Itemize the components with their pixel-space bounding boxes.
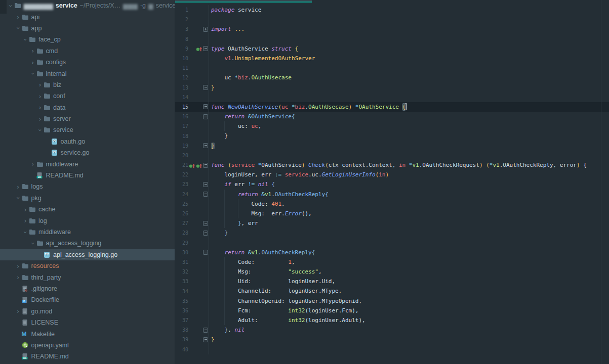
tree-item-api[interactable]: ›api [0, 11, 175, 22]
fold-marker[interactable] [203, 85, 208, 90]
tree-item-service[interactable]: ›service [0, 124, 175, 135]
code-text[interactable]: } [209, 141, 609, 151]
code-text[interactable]: import ... [209, 24, 609, 34]
chevron-right-icon[interactable]: › [36, 81, 44, 88]
tree-item-log[interactable]: ›log [0, 215, 175, 226]
code-text[interactable]: } [209, 83, 609, 93]
chevron-right-icon[interactable]: › [15, 184, 22, 190]
code-text[interactable]: Fcm: int32(loginUser.Fcm), [209, 306, 609, 315]
code-text[interactable]: Uid: loginUser.Uid, [209, 277, 609, 286]
tree-item-cache[interactable]: ›cache [0, 204, 175, 215]
fold-marker[interactable] [203, 231, 208, 236]
tree-item-data[interactable]: ›data [0, 102, 175, 113]
tree-item-internal[interactable]: ›internal [0, 68, 175, 79]
fold-marker[interactable] [203, 328, 208, 333]
chevron-right-icon[interactable]: › [29, 59, 36, 66]
fold-marker[interactable] [203, 221, 208, 226]
tree-item-pkg[interactable]: ›pkg [0, 193, 175, 204]
tree-item-oauth.go[interactable]: oauth.go [0, 136, 175, 147]
code-text[interactable]: }, err [209, 218, 609, 228]
tree-item-Dockerfile[interactable]: DDockerfile [0, 294, 175, 305]
fold-marker[interactable] [203, 250, 208, 255]
fold-marker[interactable] [203, 114, 208, 119]
tree-item-server[interactable]: ›server [0, 113, 175, 124]
chevron-right-icon[interactable]: › [29, 161, 36, 167]
code-text[interactable]: v1.UnimplementedOAuthServer [209, 54, 609, 63]
code-text[interactable]: return &OAuthService{ [209, 112, 609, 121]
chevron-right-icon[interactable]: › [36, 104, 44, 111]
implements-icon[interactable] [196, 162, 202, 168]
fold-marker[interactable] [203, 192, 208, 197]
tree-item-biz[interactable]: ›biz [0, 79, 175, 90]
tree-item-go.mod[interactable]: ›go.mod [0, 306, 175, 317]
fold-marker[interactable] [203, 104, 208, 109]
tree-item-configs[interactable]: ›configs [0, 57, 175, 68]
chevron-down-icon[interactable]: › [29, 240, 36, 247]
fold-marker[interactable] [203, 163, 208, 168]
fold-marker[interactable] [203, 46, 208, 51]
code-text[interactable]: Adult: int32(loginUser.Adult), [209, 315, 609, 325]
chevron-right-icon[interactable]: › [29, 48, 36, 54]
code-text[interactable]: Msg: "success", [209, 267, 609, 277]
chevron-right-icon[interactable]: › [15, 274, 22, 281]
tree-item-logs[interactable]: ›logs [0, 181, 175, 192]
tree-item-conf[interactable]: ›conf [0, 90, 175, 102]
tree-item-face_cp[interactable]: ›face_cp [0, 34, 175, 45]
chevron-down-icon[interactable]: › [15, 25, 21, 32]
code-text[interactable]: type OAuthService struct { [209, 44, 609, 54]
fold-marker[interactable] [203, 143, 208, 148]
chevron-down-icon[interactable]: › [29, 70, 36, 77]
fold-expand-marker[interactable] [203, 27, 208, 32]
tree-item-LICENSE[interactable]: LICENSE [0, 317, 175, 328]
code-text[interactable]: } [209, 131, 609, 141]
code-text[interactable]: } [209, 228, 609, 238]
code-text[interactable]: if err != nil { [209, 179, 609, 189]
code-text[interactable]: func (service *OAuthService) Check(ctx c… [209, 160, 609, 170]
tree-item-api_access_logging[interactable]: ›api_access_logging [0, 238, 175, 249]
tree-item-cmd[interactable]: ›cmd [0, 46, 175, 57]
chevron-right-icon[interactable]: › [36, 116, 44, 122]
code-text[interactable]: Msg: err.Error(), [209, 209, 609, 218]
editor[interactable]: 1package service23import ...89type OAuth… [175, 0, 609, 364]
chevron-right-icon[interactable]: › [15, 14, 22, 20]
code-text[interactable]: package service [209, 5, 609, 15]
tree-item-middleware[interactable]: ›middleware [0, 158, 175, 169]
tree-item-.gitignore[interactable]: .gitignore [0, 283, 175, 294]
code-text[interactable]: Code: 401, [209, 199, 609, 209]
code-text[interactable]: Code: 1, [209, 257, 609, 267]
tree-item-middleware[interactable]: ›middleware [0, 226, 175, 238]
chevron-right-icon[interactable]: › [15, 263, 22, 269]
code-text[interactable]: uc *biz.OAuthUsecase [209, 73, 609, 82]
chevron-down-icon[interactable]: › [22, 229, 29, 236]
chevron-right-icon[interactable]: › [15, 308, 22, 314]
code-text[interactable]: return &v1.OAuthCheckReply{ [209, 248, 609, 257]
tree-item-README.md[interactable]: MDREADME.md [0, 170, 175, 181]
chevron-down-icon[interactable]: › [22, 36, 29, 43]
tree-item-app[interactable]: ›app [0, 23, 175, 34]
code-text[interactable]: loginUser, err := service.uc.GetLoginUse… [209, 170, 609, 179]
chevron-down-icon[interactable]: › [37, 126, 44, 133]
tree-root[interactable]: ›▆▆▆▆▆▆service~/Projects/X…▆▆▆-g▆service [0, 0, 175, 11]
implements-icon[interactable] [196, 46, 202, 52]
tree-item-api_access_logging.go[interactable]: api_access_logging.go [0, 249, 175, 260]
chevron-right-icon[interactable]: › [22, 206, 29, 213]
tree-item-third_party[interactable]: ›third_party [0, 271, 175, 283]
tree-item-README.md[interactable]: MDREADME.md [0, 351, 175, 362]
chevron-right-icon[interactable]: › [22, 217, 29, 224]
code-area[interactable]: 1package service23import ...89type OAuth… [175, 3, 609, 354]
code-text[interactable]: ChannelId: loginUser.MType, [209, 286, 609, 296]
code-text[interactable]: uc: uc, [209, 121, 609, 131]
fold-marker[interactable] [203, 182, 208, 187]
tree-item-openapi.yaml[interactable]: openapi.yaml [0, 340, 175, 351]
chevron-right-icon[interactable]: › [36, 93, 44, 100]
implements-gutter-icons[interactable] [190, 46, 202, 52]
implements-gutter-icons[interactable] [190, 162, 202, 168]
chevron-down-icon[interactable]: › [8, 2, 14, 9]
code-text[interactable]: return &v1.OAuthCheckReply{ [209, 190, 609, 199]
chevron-down-icon[interactable]: › [15, 195, 21, 202]
tree-item-service.go[interactable]: service.go [0, 147, 175, 158]
tree-item-resources[interactable]: ›resources [0, 260, 175, 271]
fold-marker[interactable] [203, 337, 208, 342]
code-text[interactable]: } [209, 335, 609, 344]
code-text[interactable]: func NewOAuthService(uc *biz.OAuthUsecas… [209, 102, 609, 112]
